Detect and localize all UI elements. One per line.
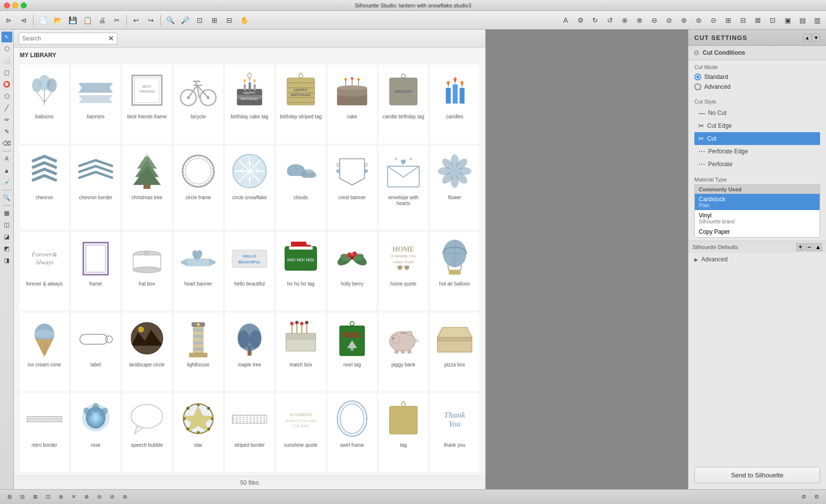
bottom-btn-4[interactable]: ⊡ — [42, 492, 53, 503]
tool-panel2[interactable]: ◫ — [1, 219, 12, 230]
toolbar-open[interactable]: 📂 — [51, 13, 65, 27]
lib-item-tag[interactable]: tag — [379, 393, 428, 472]
lib-item-lighthouse[interactable]: lighthouse — [174, 313, 223, 392]
lib-item-maple-tree[interactable]: maple tree — [225, 313, 274, 392]
toolbar-right-10[interactable]: ⊜ — [692, 13, 706, 27]
maximize-button[interactable] — [21, 2, 27, 8]
cut-style-no-cut[interactable]: — No Cut — [694, 107, 820, 119]
lib-item-holly-berry[interactable]: holly berry — [327, 232, 377, 311]
lib-item-forever-always[interactable]: Forever& Always forever & always — [20, 232, 69, 311]
lib-item-flower[interactable]: flower — [430, 145, 479, 230]
lib-item-clouds[interactable]: clouds — [276, 145, 325, 230]
lib-item-circle-frame[interactable]: circle frame — [174, 145, 223, 230]
toolbar-cut[interactable]: ✂ — [110, 13, 124, 27]
bottom-btn-2[interactable]: ⊟ — [17, 492, 28, 503]
minimize-button[interactable] — [12, 2, 18, 8]
tool-select[interactable]: ↖ — [1, 32, 12, 42]
toolbar-redo[interactable]: ↪ — [144, 13, 158, 27]
lib-item-birthday-cake-tag[interactable]: HAPPY BIRTHDAY bi — [225, 65, 274, 144]
material-vinyl[interactable]: Vinyl Silhouette brand — [695, 210, 820, 226]
lib-item-candle-birthday-tag[interactable]: BIRTHDAY candle birthday tag — [379, 65, 428, 144]
lib-item-ice-cream-cone[interactable]: ice cream cone — [20, 313, 69, 392]
toolbar-undo[interactable]: ↩ — [129, 13, 143, 27]
bottom-btn-1[interactable]: ⊞ — [4, 492, 15, 503]
toolbar-right-13[interactable]: ⊟ — [736, 13, 750, 27]
lib-item-speech-bubble[interactable]: speech bubble — [122, 393, 172, 472]
lib-item-star[interactable]: star — [174, 393, 223, 472]
toolbar-zoom-fit[interactable]: ⊡ — [193, 13, 207, 27]
lib-item-chevron-border[interactable]: chevron border — [71, 145, 120, 230]
cut-style-cut[interactable]: ✂ Cut — [694, 132, 820, 145]
cut-style-perforate[interactable]: ⋯ Perforate — [694, 158, 820, 171]
bottom-btn-6[interactable]: ✕ — [68, 492, 79, 503]
tool-eraser[interactable]: ⌫ — [1, 138, 12, 149]
lib-item-candles[interactable]: candles — [430, 65, 479, 144]
toolbar-right-18[interactable]: ▥ — [810, 13, 824, 27]
scroll-up-btn[interactable]: ▲ — [814, 243, 822, 251]
toolbar-right-9[interactable]: ⊛ — [677, 13, 691, 27]
toolbar-right-3[interactable]: ↻ — [588, 13, 602, 27]
lib-item-landscape-circle[interactable]: landscape circle — [122, 313, 172, 392]
lib-item-circle-snowflake[interactable]: circle snowflake — [225, 145, 274, 230]
cut-style-cut-edge[interactable]: ✂ Cut Edge — [694, 119, 820, 132]
lib-item-noel-tag[interactable]: NOEL noel tag — [327, 313, 377, 392]
plus-button[interactable]: + — [796, 243, 804, 251]
cut-style-perforate-edge[interactable]: ⋯ Perforate Edge — [694, 145, 820, 158]
radio-advanced[interactable]: Advanced — [694, 82, 820, 92]
tool-panel5[interactable]: ◨ — [1, 255, 12, 266]
tool-panel3[interactable]: ◪ — [1, 231, 12, 242]
lib-item-hot-air-balloon[interactable]: hot air balloon — [430, 232, 479, 311]
lib-item-ho-ho-ho[interactable]: HO! HO! HO! ho ho ho tag — [276, 232, 325, 311]
tool-zoom[interactable]: 🔍 — [1, 192, 12, 203]
arrow-down[interactable]: ▼ — [812, 34, 820, 41]
tool-node[interactable]: ⬡ — [1, 43, 12, 54]
toolbar-btn-2[interactable]: ⊲ — [17, 13, 31, 27]
tool-panel1[interactable]: ▦ — [1, 208, 12, 218]
lib-item-label[interactable]: label — [71, 313, 120, 392]
lib-item-cake[interactable]: cake — [327, 65, 377, 144]
lib-item-chevron[interactable]: chevron — [20, 145, 69, 230]
bottom-btn-8[interactable]: ⊖ — [94, 492, 105, 503]
lib-item-home-quote[interactable]: HOME IS WHERE YOU HANG YOUR home quote — [379, 232, 428, 311]
send-to-silhouette-button[interactable]: Send to Silhouette — [694, 467, 820, 483]
search-input[interactable] — [22, 35, 108, 42]
lib-item-hat-box[interactable]: hat box — [122, 232, 172, 311]
toolbar-hand[interactable]: ✋ — [237, 13, 251, 27]
toolbar-right-8[interactable]: ⊘ — [662, 13, 676, 27]
lib-item-heart-banner[interactable]: heart banner — [174, 232, 223, 311]
material-cardstock[interactable]: Cardstock Plain — [695, 194, 820, 210]
toolbar-right-1[interactable]: A — [559, 13, 573, 27]
toolbar-new[interactable]: 📄 — [36, 13, 50, 27]
bottom-btn-7[interactable]: ⊗ — [81, 492, 92, 503]
bottom-settings-2[interactable]: ⚙ — [811, 492, 822, 503]
lib-item-banners[interactable]: banners — [71, 65, 120, 144]
toolbar-zoom-sel[interactable]: ⊞ — [208, 13, 221, 27]
tool-eyedrop[interactable]: 💉 — [1, 177, 12, 188]
arrow-up[interactable]: ▲ — [803, 34, 811, 41]
lib-item-hello-beautiful[interactable]: HELLO BEAUTIFUL hello beautiful — [225, 232, 274, 311]
toolbar-save2[interactable]: 📋 — [80, 13, 94, 27]
toolbar-right-5[interactable]: ⊕ — [618, 13, 632, 27]
toolbar-print[interactable]: 🖨 — [95, 13, 109, 27]
lib-item-envelope-hearts[interactable]: envelope with hearts — [379, 145, 428, 230]
tool-fill[interactable]: ▲ — [1, 165, 12, 176]
lib-item-striped-border[interactable]: striped border — [225, 393, 274, 472]
toolbar-right-4[interactable]: ↺ — [603, 13, 617, 27]
lib-item-frame[interactable]: frame — [71, 232, 120, 311]
lib-item-best-friends-frame[interactable]: BEST FRIENDS best friends frame — [122, 65, 172, 144]
tool-ellipse[interactable]: ⭕ — [1, 79, 12, 90]
lib-item-pizza-box[interactable]: pizza box — [430, 313, 479, 392]
bottom-btn-5[interactable]: ⊕ — [55, 492, 66, 503]
bottom-btn-9[interactable]: ⊘ — [107, 492, 117, 503]
lib-item-bicycle[interactable]: bicycle — [174, 65, 223, 144]
toolbar-right-14[interactable]: ⊠ — [751, 13, 765, 27]
toolbar-save[interactable]: 💾 — [66, 13, 79, 27]
lib-item-retro-border[interactable]: retro border — [20, 393, 69, 472]
minus-button[interactable]: − — [805, 243, 813, 251]
tool-text[interactable]: A — [1, 153, 12, 164]
toolbar-right-6[interactable]: ⊗ — [633, 13, 646, 27]
toolbar-grid[interactable]: ⊟ — [222, 13, 236, 27]
toolbar-right-12[interactable]: ⊞ — [721, 13, 735, 27]
advanced-section[interactable]: ▶ Advanced — [688, 253, 826, 266]
toolbar-right-2[interactable]: ⚙ — [574, 13, 587, 27]
